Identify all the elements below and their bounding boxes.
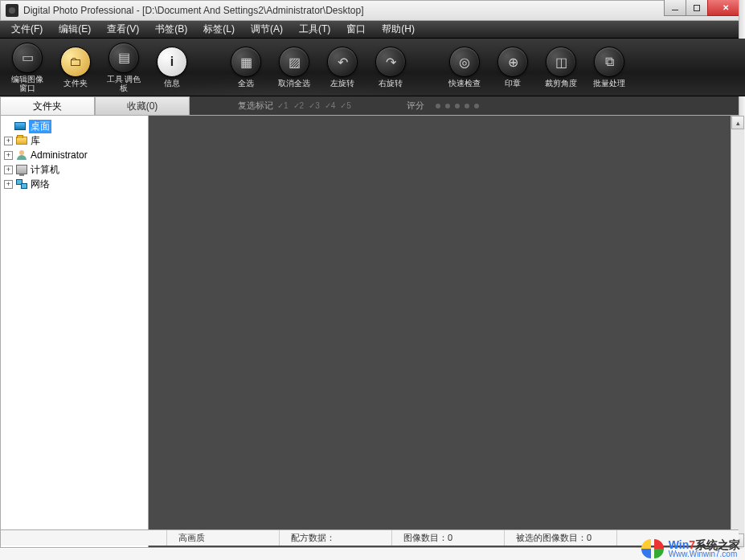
tree-label: 计算机 bbox=[31, 163, 59, 177]
tool-folder[interactable]: 🗀 文件夹 bbox=[56, 47, 95, 88]
tool-trim-angle[interactable]: ◫ 裁剪角度 bbox=[542, 47, 580, 88]
status-recipe: 配方数据： bbox=[280, 530, 392, 546]
menu-help[interactable]: 帮助(H) bbox=[374, 21, 423, 38]
filter-bar: 复选标记 ✓1 ✓2 ✓3 ✓4 ✓5 评分 bbox=[190, 96, 745, 115]
checkmark-3[interactable]: ✓3 bbox=[309, 101, 320, 110]
tool-stamp[interactable]: ⊕ 印章 bbox=[493, 47, 532, 88]
computer-icon bbox=[15, 164, 28, 175]
deselect-all-icon: ▨ bbox=[279, 47, 309, 77]
tree-node-administrator[interactable]: + Administrator bbox=[2, 148, 146, 162]
tool-label: 工具 调色板 bbox=[103, 75, 145, 92]
status-quality: 高画质 bbox=[167, 530, 280, 546]
sidebar-tabs: 文件夹 收藏(0) bbox=[0, 96, 190, 115]
expand-icon[interactable]: + bbox=[4, 137, 13, 145]
tool-palette[interactable]: ▤ 工具 调色板 bbox=[104, 43, 143, 92]
tool-rotate-right[interactable]: ↷ 右旋转 bbox=[371, 47, 410, 88]
tool-label: 全选 bbox=[238, 79, 254, 88]
menu-file[interactable]: 文件(F) bbox=[3, 21, 51, 38]
minimize-button[interactable] bbox=[664, 0, 686, 16]
quick-check-icon: ◎ bbox=[449, 47, 480, 77]
expand-icon[interactable]: + bbox=[4, 166, 13, 174]
menu-edit[interactable]: 编辑(E) bbox=[51, 21, 99, 38]
edit-image-icon: ▭ bbox=[12, 43, 43, 73]
window-title: Digital Photo Professional - [D:\Documen… bbox=[23, 5, 665, 16]
rating-dots bbox=[436, 104, 479, 108]
tabs-row: 文件夹 收藏(0) 复选标记 ✓1 ✓2 ✓3 ✓4 ✓5 评分 bbox=[0, 96, 745, 116]
tool-info[interactable]: i 信息 bbox=[153, 47, 191, 88]
watermark-title: Win7系统之家 bbox=[669, 539, 740, 550]
stamp-icon: ⊕ bbox=[497, 47, 528, 77]
windows-logo-icon bbox=[641, 539, 664, 558]
toolbar: ▭ 编辑图像 窗口 🗀 文件夹 ▤ 工具 调色板 i 信息 ▦ 全选 ▨ 取消全… bbox=[0, 39, 745, 96]
menu-bookmark[interactable]: 书签(B) bbox=[147, 21, 195, 38]
scroll-up-icon[interactable]: ▴ bbox=[731, 116, 744, 129]
menu-view[interactable]: 查看(V) bbox=[99, 21, 147, 38]
tool-label: 编辑图像 窗口 bbox=[6, 75, 48, 92]
rating-dot[interactable] bbox=[465, 104, 469, 108]
status-image-count: 图像数目：0 bbox=[392, 530, 505, 546]
main-area: 桌面 + 库 + Administrator + 计算机 + 网络 ▴ ▾ bbox=[0, 116, 745, 548]
tree-label: Administrator bbox=[31, 149, 88, 161]
tree-node-desktop[interactable]: 桌面 bbox=[2, 119, 146, 133]
menu-adjust[interactable]: 调节(A) bbox=[243, 21, 291, 38]
trim-angle-icon: ◫ bbox=[546, 47, 576, 77]
statusbar: 高画质 配方数据： 图像数目：0 被选的图像数目：0 bbox=[0, 529, 739, 546]
tree-node-library[interactable]: + 库 bbox=[2, 133, 146, 148]
menubar: 文件(F) 编辑(E) 查看(V) 书签(B) 标签(L) 调节(A) 工具(T… bbox=[0, 21, 745, 39]
rating-dot[interactable] bbox=[455, 104, 460, 108]
user-icon bbox=[15, 149, 28, 161]
select-all-icon: ▦ bbox=[231, 47, 261, 77]
vertical-scrollbar[interactable]: ▴ ▾ bbox=[731, 116, 744, 547]
rating-dot[interactable] bbox=[445, 104, 450, 108]
desktop-icon bbox=[14, 121, 27, 132]
tool-rotate-left[interactable]: ↶ 左旋转 bbox=[323, 47, 362, 88]
rating-dot[interactable] bbox=[474, 104, 479, 108]
folder-tree: 桌面 + 库 + Administrator + 计算机 + 网络 bbox=[1, 116, 149, 547]
status-selected-count: 被选的图像数目：0 bbox=[505, 530, 617, 546]
tree-node-computer[interactable]: + 计算机 bbox=[2, 162, 146, 177]
app-icon bbox=[6, 4, 18, 17]
checkmark-1[interactable]: ✓1 bbox=[277, 101, 289, 110]
palette-icon: ▤ bbox=[108, 43, 139, 73]
checkmark-5[interactable]: ✓5 bbox=[340, 101, 351, 110]
tool-label: 取消全选 bbox=[278, 79, 310, 88]
checkmark-4[interactable]: ✓4 bbox=[325, 101, 336, 110]
thumbnail-area: ▴ ▾ bbox=[149, 116, 744, 547]
menu-tools[interactable]: 工具(T) bbox=[291, 21, 338, 38]
expand-icon[interactable]: + bbox=[4, 180, 13, 189]
tool-deselect-all[interactable]: ▨ 取消全选 bbox=[275, 47, 313, 88]
folder-icon: 🗀 bbox=[60, 47, 91, 77]
window-bottom-border bbox=[0, 549, 745, 560]
info-icon: i bbox=[157, 47, 187, 77]
menu-window[interactable]: 窗口 bbox=[338, 21, 374, 38]
tool-select-all[interactable]: ▦ 全选 bbox=[227, 47, 265, 88]
maximize-button[interactable] bbox=[686, 0, 708, 16]
window-controls: ✕ bbox=[665, 0, 744, 16]
expand-icon[interactable]: + bbox=[4, 151, 13, 160]
tool-label: 印章 bbox=[505, 79, 521, 88]
rotate-left-icon: ↶ bbox=[327, 47, 358, 77]
tree-node-network[interactable]: + 网络 bbox=[2, 177, 146, 191]
scroll-track[interactable] bbox=[731, 129, 744, 533]
tool-batch[interactable]: ⧉ 批量处理 bbox=[590, 47, 628, 88]
tab-favorites[interactable]: 收藏(0) bbox=[95, 96, 190, 115]
tool-label: 左旋转 bbox=[330, 79, 354, 88]
rating-label: 评分 bbox=[407, 100, 424, 112]
tree-label: 网络 bbox=[31, 178, 50, 191]
tool-quick-check[interactable]: ◎ 快速检查 bbox=[445, 47, 484, 88]
tool-label: 快速检查 bbox=[448, 79, 481, 88]
tree-label: 桌面 bbox=[29, 120, 51, 133]
titlebar: Digital Photo Professional - [D:\Documen… bbox=[0, 0, 745, 21]
rating-dot[interactable] bbox=[436, 104, 440, 108]
rotate-right-icon: ↷ bbox=[375, 47, 406, 77]
tool-label: 文件夹 bbox=[63, 79, 88, 88]
tab-folder[interactable]: 文件夹 bbox=[0, 96, 95, 115]
checkmark-2[interactable]: ✓2 bbox=[293, 101, 305, 110]
tool-edit-image-window[interactable]: ▭ 编辑图像 窗口 bbox=[8, 43, 47, 92]
library-icon bbox=[15, 135, 28, 146]
tool-label: 信息 bbox=[164, 79, 180, 88]
network-icon bbox=[15, 178, 28, 190]
menu-label[interactable]: 标签(L) bbox=[195, 21, 243, 38]
batch-icon: ⧉ bbox=[594, 47, 624, 77]
tool-label: 右旋转 bbox=[379, 79, 403, 88]
